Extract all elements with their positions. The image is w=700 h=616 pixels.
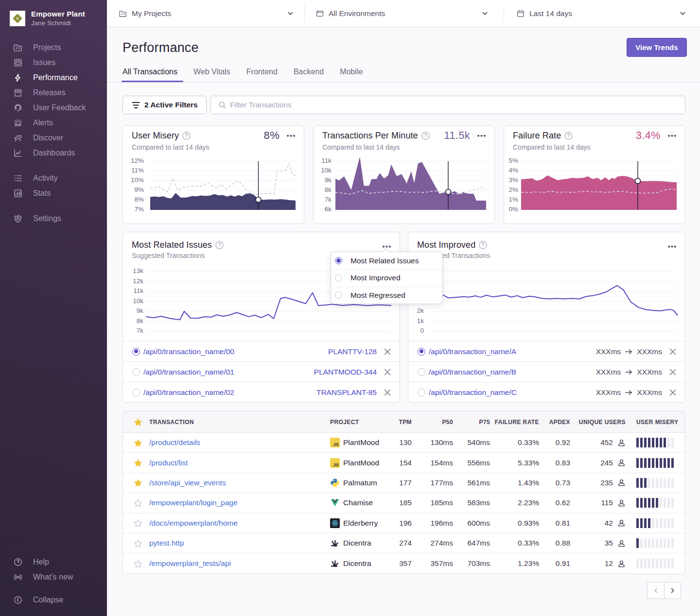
svg-text:?: ? xyxy=(567,133,570,138)
svg-text:JS: JS xyxy=(333,442,339,447)
svg-text:?: ? xyxy=(482,242,485,248)
svg-text:?: ? xyxy=(424,133,427,138)
svg-text:?: ? xyxy=(218,242,221,248)
svg-text:JS: JS xyxy=(333,462,339,467)
svg-text:?: ? xyxy=(185,133,188,138)
